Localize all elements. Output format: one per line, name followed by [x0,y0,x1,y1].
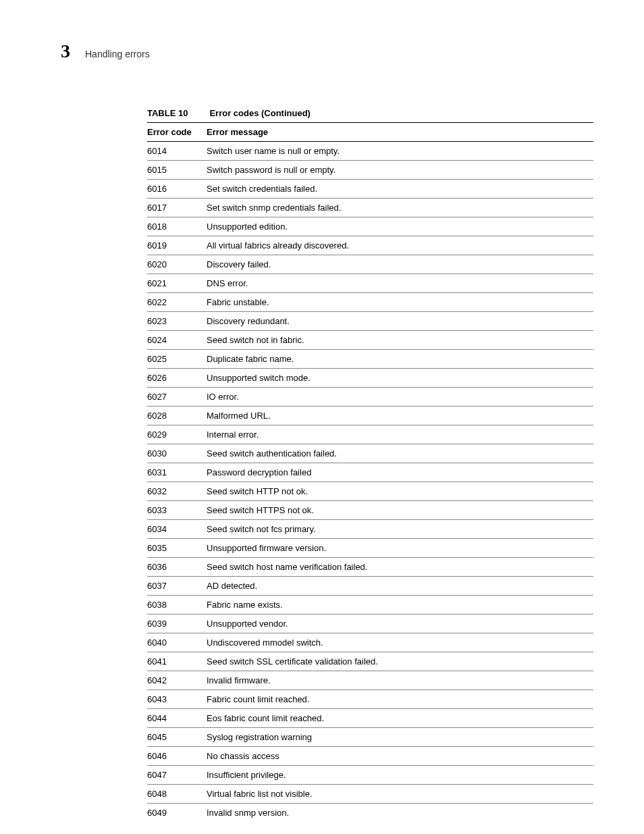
table-body: 6014Switch user name is null or empty.60… [147,142,593,823]
error-message: Discovery failed. [207,255,593,274]
table-row: 6016Set switch credentials failed. [147,180,593,199]
table-row: 6019All virtual fabrics already discover… [147,236,593,255]
table-row: 6024Seed switch not in fabric. [147,331,593,350]
table-row: 6015Switch password is null or empty. [147,161,593,180]
error-message: Set switch credentials failed. [207,180,593,199]
error-code: 6016 [147,180,207,199]
table-row: 6027IO error. [147,388,593,407]
error-code: 6025 [147,350,207,369]
table-row: 6029Internal error. [147,425,593,444]
table-row: 6047Insufficient privilege. [147,766,593,785]
error-message: Seed switch authentication failed. [207,444,593,463]
error-message: Unsupported firmware version. [207,539,593,558]
table-row: 6032Seed switch HTTP not ok. [147,482,593,501]
error-message: Fabric unstable. [207,293,593,312]
table-row: 6020Discovery failed. [147,255,593,274]
error-message: Seed switch SSL certificate validation f… [207,652,593,671]
table-row: 6039Unsupported vendor. [147,615,593,633]
error-code: 6029 [147,425,207,444]
error-message: Malformed URL. [207,407,593,425]
error-code: 6020 [147,255,207,274]
error-code: 6017 [147,199,207,217]
error-code: 6046 [147,747,207,766]
error-message: DNS error. [207,274,593,293]
table-row: 6044Eos fabric count limit reached. [147,709,593,728]
table-row: 6049Invalid snmp version. [147,804,593,823]
table-row: 6025Duplicate fabric name. [147,350,593,369]
error-code: 6037 [147,577,207,596]
error-code: 6027 [147,388,207,407]
error-code: 6022 [147,293,207,312]
table-row: 6042Invalid firmware. [147,671,593,690]
error-code: 6036 [147,558,207,577]
error-code: 6048 [147,785,207,804]
table-row: 6030Seed switch authentication failed. [147,444,593,463]
error-code: 6018 [147,217,207,236]
error-message: Seed switch host name verification faile… [207,558,593,577]
column-header-message: Error message [207,123,593,142]
table-row: 6033Seed switch HTTPS not ok. [147,501,593,520]
error-code: 6014 [147,142,207,161]
error-message: No chassis access [207,747,593,766]
error-message: Switch password is null or empty. [207,161,593,180]
table-row: 6034Seed switch not fcs primary. [147,520,593,539]
error-code: 6041 [147,652,207,671]
table-row: 6043Fabric count limit reached. [147,690,593,709]
error-code: 6034 [147,520,207,539]
table-title: Error codes (Continued) [209,108,311,118]
error-message: Seed switch HTTPS not ok. [207,501,593,520]
error-message: Eos fabric count limit reached. [207,709,593,728]
error-message: Seed switch not in fabric. [207,331,593,350]
error-message: Unsupported switch mode. [207,369,593,388]
error-code: 6043 [147,690,207,709]
table-row: 6046No chassis access [147,747,593,766]
error-code: 6032 [147,482,207,501]
error-message: Internal error. [207,425,593,444]
table-row: 6035Unsupported firmware version. [147,539,593,558]
error-code: 6031 [147,463,207,482]
error-code: 6042 [147,671,207,690]
error-code: 6049 [147,804,207,823]
error-message: Set switch snmp credentials failed. [207,199,593,217]
error-message: Insufficient privilege. [207,766,593,785]
error-code: 6045 [147,728,207,747]
error-message: Syslog registration warning [207,728,593,747]
error-message: Undiscovered mmodel switch. [207,633,593,652]
error-code: 6044 [147,709,207,728]
error-codes-table: Error code Error message 6014Switch user… [147,122,593,822]
column-header-code: Error code [147,123,207,142]
error-code: 6024 [147,331,207,350]
error-code: 6015 [147,161,207,180]
error-code: 6035 [147,539,207,558]
error-code: 6038 [147,596,207,615]
table-row: 6018Unsupported edition. [147,217,593,236]
table-label: TABLE 10 [147,108,188,118]
error-code: 6028 [147,407,207,425]
error-code: 6023 [147,312,207,331]
table-row: 6040Undiscovered mmodel switch. [147,633,593,652]
error-code: 6040 [147,633,207,652]
error-message: Invalid firmware. [207,671,593,690]
error-message: Discovery redundant. [207,312,593,331]
page-header: 3 Handling errors [61,41,593,62]
error-message: Seed switch not fcs primary. [207,520,593,539]
error-code: 6039 [147,615,207,633]
error-message: Fabric count limit reached. [207,690,593,709]
error-message: AD detected. [207,577,593,596]
section-title: Handling errors [85,49,150,59]
table-row: 6036Seed switch host name verification f… [147,558,593,577]
error-code: 6026 [147,369,207,388]
error-code: 6021 [147,274,207,293]
error-message: Switch user name is null or empty. [207,142,593,161]
error-message: Password decryption failed [207,463,593,482]
table-caption: TABLE 10 Error codes (Continued) [147,108,593,118]
table-row: 6022Fabric unstable. [147,293,593,312]
error-message: All virtual fabrics already discovered. [207,236,593,255]
table-row: 6028Malformed URL. [147,407,593,425]
error-code: 6033 [147,501,207,520]
table-row: 6037AD detected. [147,577,593,596]
error-message: Unsupported vendor. [207,615,593,633]
table-row: 6045Syslog registration warning [147,728,593,747]
error-message: Virtual fabric list not visible. [207,785,593,804]
table-row: 6021DNS error. [147,274,593,293]
